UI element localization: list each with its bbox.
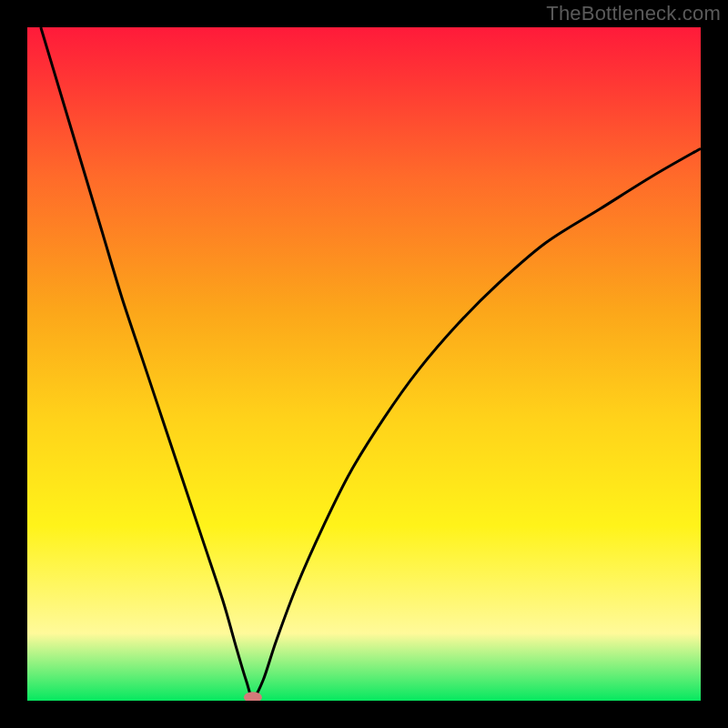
plot-frame <box>27 27 701 701</box>
watermark-text: TheBottleneck.com <box>546 2 721 25</box>
bottleneck-chart <box>27 27 701 701</box>
gradient-background <box>27 27 701 701</box>
